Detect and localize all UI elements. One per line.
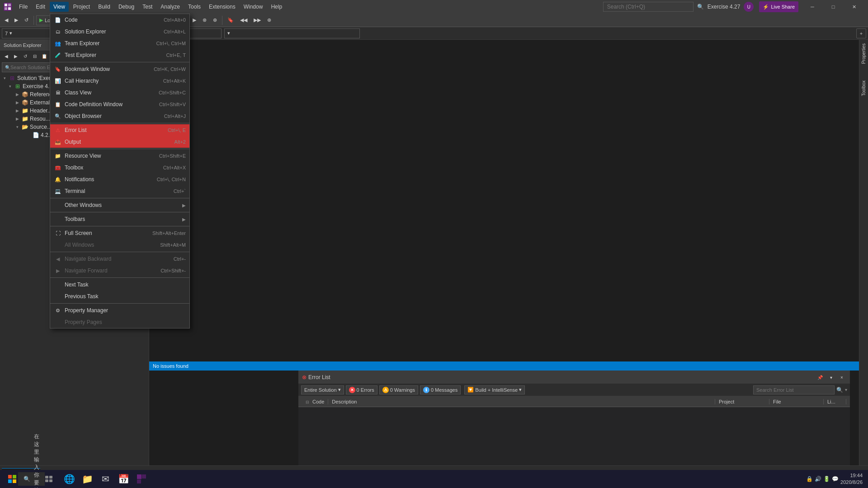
notif-icon: 🔔 bbox=[54, 175, 62, 183]
pm-label: Property Manager bbox=[65, 307, 186, 314]
menu-toolbox[interactable]: 🧰 Toolbox Ctrl+Alt+X bbox=[50, 162, 189, 174]
menu-notifications[interactable]: 🔔 Notifications Ctrl+\, Ctrl+N bbox=[50, 174, 189, 185]
menu-previous-task[interactable]: Previous Task bbox=[50, 291, 189, 302]
sep5 bbox=[50, 212, 189, 212]
menu-solution-explorer[interactable]: 🗂 Solution Explorer Ctrl+Alt+L bbox=[50, 26, 189, 38]
tb-shortcut: Ctrl+Alt+X bbox=[163, 165, 186, 170]
notif-label: Notifications bbox=[65, 176, 154, 183]
nb-label: Navigate Backward bbox=[65, 256, 171, 262]
ow-arrow: ▶ bbox=[182, 203, 186, 208]
menu-call-hierarchy[interactable]: 📊 Call Hierarchy Ctrl+Alt+K bbox=[50, 75, 189, 87]
aw-label: All Windows bbox=[65, 242, 157, 248]
tb-icon: 🧰 bbox=[54, 164, 62, 172]
bookmark-label: Bookmark Window bbox=[65, 66, 151, 72]
codedef-icon: 📋 bbox=[54, 100, 62, 108]
testex-shortcut: Ctrl+E, T bbox=[166, 52, 186, 58]
sep6 bbox=[50, 226, 189, 226]
se-label: Solution Explorer bbox=[65, 28, 161, 35]
nb-icon: ◀ bbox=[54, 255, 62, 263]
ob-icon: 🔍 bbox=[54, 112, 62, 120]
term-shortcut: Ctrl+` bbox=[174, 188, 186, 194]
rv-shortcut: Ctrl+Shift+E bbox=[159, 153, 186, 159]
menu-output[interactable]: 📤 Output Alt+2 bbox=[50, 136, 189, 148]
menu-resource-view[interactable]: 📁 Resource View Ctrl+Shift+E bbox=[50, 150, 189, 162]
menu-other-windows[interactable]: Other Windows ▶ bbox=[50, 199, 189, 211]
menu-next-task[interactable]: Next Task bbox=[50, 279, 189, 291]
te-shortcut: Ctrl+\, Ctrl+M bbox=[156, 41, 186, 46]
fs-shortcut: Shift+Alt+Enter bbox=[152, 230, 186, 236]
nt-label: Next Task bbox=[65, 282, 186, 288]
toolbars-icon bbox=[54, 215, 62, 223]
testex-icon: 🧪 bbox=[54, 51, 62, 59]
bookmark-shortcut: Ctrl+K, Ctrl+W bbox=[154, 66, 186, 72]
sep9 bbox=[50, 303, 189, 304]
aw-shortcut: Shift+Alt+M bbox=[160, 242, 186, 248]
out-shortcut: Alt+2 bbox=[175, 139, 186, 145]
menu-class-view[interactable]: 🏛 Class View Ctrl+Shift+C bbox=[50, 87, 189, 99]
out-label: Output bbox=[65, 139, 172, 145]
te-label: Team Explorer bbox=[65, 40, 154, 47]
menu-object-browser[interactable]: 🔍 Object Browser Ctrl+Alt+J bbox=[50, 110, 189, 122]
ch-icon: 📊 bbox=[54, 77, 62, 85]
testex-label: Test Explorer bbox=[65, 52, 163, 58]
cv-shortcut: Ctrl+Shift+C bbox=[159, 90, 186, 95]
term-icon: 💻 bbox=[54, 187, 62, 195]
pm-icon: ⚙ bbox=[54, 306, 62, 314]
se-shortcut: Ctrl+Alt+L bbox=[164, 29, 186, 34]
ow-label: Other Windows bbox=[65, 202, 178, 208]
aw-icon bbox=[54, 241, 62, 249]
nf-icon: ▶ bbox=[54, 267, 62, 275]
tb-label: Toolbox bbox=[65, 164, 160, 171]
sep4 bbox=[50, 198, 189, 198]
rv-label: Resource View bbox=[65, 153, 156, 159]
menu-team-explorer[interactable]: 👥 Team Explorer Ctrl+\, Ctrl+M bbox=[50, 38, 189, 49]
term-label: Terminal bbox=[65, 188, 171, 194]
menu-toolbars[interactable]: Toolbars ▶ bbox=[50, 213, 189, 225]
out-icon: 📤 bbox=[54, 138, 62, 146]
menu-test-explorer[interactable]: 🧪 Test Explorer Ctrl+E, T bbox=[50, 49, 189, 61]
sep1 bbox=[50, 62, 189, 62]
toolbars-arrow: ▶ bbox=[182, 217, 186, 222]
te-icon: 👥 bbox=[54, 39, 62, 47]
menu-property-manager[interactable]: ⚙ Property Manager bbox=[50, 305, 189, 316]
menu-bookmark[interactable]: 🔖 Bookmark Window Ctrl+K, Ctrl+W bbox=[50, 63, 189, 75]
menu-navigate-backward: ◀ Navigate Backward Ctrl+- bbox=[50, 253, 189, 265]
el-label: Error List bbox=[65, 127, 165, 133]
cv-label: Class View bbox=[65, 89, 156, 96]
toolbars-label: Toolbars bbox=[65, 216, 178, 222]
sep2 bbox=[50, 123, 189, 123]
notif-shortcut: Ctrl+\, Ctrl+N bbox=[157, 177, 186, 182]
menu-property-pages: Property Pages bbox=[50, 316, 189, 328]
pt-icon bbox=[54, 292, 62, 300]
ob-shortcut: Ctrl+Alt+J bbox=[164, 113, 186, 119]
menu-code[interactable]: 📄 Code Ctrl+Alt+0 bbox=[50, 14, 189, 26]
el-icon: ⚠ bbox=[54, 126, 62, 134]
pt-label: Previous Task bbox=[65, 293, 186, 300]
sep8 bbox=[50, 277, 189, 278]
nt-icon bbox=[54, 281, 62, 289]
ch-shortcut: Ctrl+Alt+K bbox=[163, 78, 186, 84]
codedef-label: Code Definition Window bbox=[65, 101, 156, 108]
pp-label: Property Pages bbox=[65, 319, 186, 325]
rv-icon: 📁 bbox=[54, 152, 62, 160]
fs-icon: ⛶ bbox=[54, 229, 62, 237]
menu-navigate-forward: ▶ Navigate Forward Ctrl+Shift+- bbox=[50, 265, 189, 277]
view-context-menu: 📄 Code Ctrl+Alt+0 🗂 Solution Explorer Ct… bbox=[50, 14, 190, 328]
el-shortcut: Ctrl+\, E bbox=[168, 127, 186, 133]
pp-icon bbox=[54, 318, 62, 326]
menu-code-def[interactable]: 📋 Code Definition Window Ctrl+Shift+V bbox=[50, 99, 189, 110]
ob-label: Object Browser bbox=[65, 113, 161, 119]
menu-terminal[interactable]: 💻 Terminal Ctrl+` bbox=[50, 185, 189, 197]
sep3 bbox=[50, 149, 189, 149]
cv-icon: 🏛 bbox=[54, 89, 62, 97]
code-shortcut: Ctrl+Alt+0 bbox=[164, 17, 186, 23]
menu-full-screen[interactable]: ⛶ Full Screen Shift+Alt+Enter bbox=[50, 227, 189, 239]
bookmark-icon: 🔖 bbox=[54, 65, 62, 73]
menu-error-list[interactable]: ⚠ Error List Ctrl+\, E bbox=[50, 124, 189, 136]
fs-label: Full Screen bbox=[65, 230, 150, 236]
code-label: Code bbox=[65, 17, 161, 23]
ch-label: Call Hierarchy bbox=[65, 78, 160, 84]
sep7 bbox=[50, 252, 189, 252]
menu-all-windows: All Windows Shift+Alt+M bbox=[50, 239, 189, 251]
nf-shortcut: Ctrl+Shift+- bbox=[160, 268, 186, 273]
